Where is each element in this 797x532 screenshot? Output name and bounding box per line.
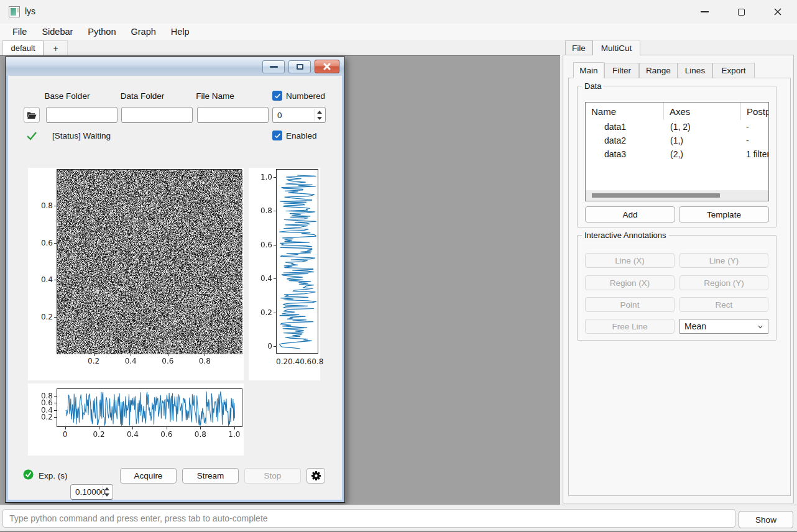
stream-button[interactable]: Stream <box>182 468 239 484</box>
annotation-button-point: Point <box>585 297 675 312</box>
menu-graph[interactable]: Graph <box>124 24 164 40</box>
check-icon <box>274 133 281 139</box>
data-groupbox-title: Data <box>582 81 604 91</box>
data-table[interactable]: NameAxesPostprocess data1(1, 2)-data2(1,… <box>585 102 769 201</box>
tick-mark <box>234 427 235 429</box>
base-folder-input[interactable] <box>46 107 117 123</box>
acquisition-window[interactable]: Base Folder Data Folder File Name Number… <box>5 57 345 503</box>
add-data-button[interactable]: Add <box>585 206 675 222</box>
tick-mark <box>274 211 276 211</box>
spin-up-icon[interactable] <box>104 487 109 490</box>
cell-axes[interactable]: (1, 2) <box>664 122 741 132</box>
side-tab-multicut[interactable]: MultiCut <box>592 40 640 55</box>
vertical-line-plot[interactable] <box>276 169 318 354</box>
cell-postprocess[interactable]: - <box>741 135 769 145</box>
cell-name[interactable]: data1 <box>586 122 664 132</box>
image-2d-plot[interactable] <box>57 169 242 354</box>
add-workspace-tab-button[interactable]: + <box>44 40 68 55</box>
exposure-spinbox-arrows[interactable] <box>102 486 111 498</box>
app-icon <box>9 6 20 17</box>
spin-down-icon[interactable] <box>317 117 322 120</box>
close-icon <box>773 7 782 16</box>
tick-mark <box>200 427 201 429</box>
data-table-header[interactable]: NameAxesPostprocess <box>586 103 768 120</box>
template-button[interactable]: Template <box>679 206 769 222</box>
subtab-export[interactable]: Export <box>712 63 755 78</box>
annotation-button-free-line: Free Line <box>585 319 675 334</box>
horizontal-line-series <box>57 389 243 428</box>
horizontal-plot-xtick: 0.2 <box>93 430 104 439</box>
data-table-hscroll-thumb[interactable] <box>592 193 720 198</box>
vertical-plot-ytick: 0.6 <box>235 241 272 249</box>
child-maximize-button[interactable] <box>288 60 311 73</box>
tick-mark <box>168 354 168 356</box>
acquire-button[interactable]: Acquire <box>120 468 177 484</box>
column-header-name[interactable]: Name <box>586 103 664 120</box>
table-row-data3[interactable]: data3(2,)1 filter <box>586 147 768 161</box>
number-spinbox[interactable]: 0 <box>272 107 326 123</box>
child-minimize-icon <box>270 66 278 68</box>
side-tab-file[interactable]: File <box>565 40 592 55</box>
tick-mark <box>65 427 66 429</box>
menu-file[interactable]: File <box>5 24 34 40</box>
cell-name[interactable]: data3 <box>586 149 664 159</box>
cell-axes[interactable]: (1,) <box>664 135 741 145</box>
enabled-checkbox[interactable] <box>272 131 282 140</box>
subtab-filter[interactable]: Filter <box>604 63 639 78</box>
subtab-range[interactable]: Range <box>639 63 678 78</box>
table-row-data1[interactable]: data1(1, 2)- <box>586 120 768 134</box>
number-spinbox-arrows[interactable] <box>315 109 323 121</box>
menu-help[interactable]: Help <box>164 24 197 40</box>
child-maximize-icon <box>297 64 303 70</box>
child-minimize-button[interactable] <box>262 60 285 73</box>
python-command-input[interactable] <box>2 509 735 528</box>
cell-name[interactable]: data2 <box>586 135 664 145</box>
tick-mark <box>54 403 57 403</box>
number-spinbox-value: 0 <box>277 111 282 120</box>
show-button[interactable]: Show <box>739 511 793 528</box>
settings-button[interactable] <box>306 468 325 484</box>
exposure-spinbox[interactable]: 0.10000 <box>70 484 113 500</box>
window-title: lys <box>25 6 35 16</box>
maximize-button[interactable] <box>727 0 755 24</box>
spin-down-icon[interactable] <box>104 493 109 497</box>
menu-bar: FileSidebarPythonGraphHelp <box>0 24 797 40</box>
annotation-button-region-x: Region (X) <box>585 275 675 290</box>
table-row-data2[interactable]: data2(1,)- <box>586 134 768 147</box>
vertical-plot-x-ticklabels: 0.20.40.60.8 <box>276 357 318 366</box>
horizontal-plot-xtick: 0.8 <box>195 430 206 439</box>
spin-up-icon[interactable] <box>317 111 322 114</box>
subtab-main[interactable]: Main <box>573 62 604 78</box>
column-header-axes[interactable]: Axes <box>664 103 741 120</box>
minimize-button[interactable] <box>690 0 719 24</box>
horizontal-line-plot[interactable] <box>57 388 242 427</box>
tick-mark <box>274 245 276 245</box>
browse-folder-button[interactable] <box>24 107 40 123</box>
menu-python[interactable]: Python <box>80 24 123 40</box>
close-button[interactable] <box>763 0 792 24</box>
data-table-hscrollbar[interactable] <box>586 190 768 201</box>
folder-icon <box>27 111 37 119</box>
cell-postprocess[interactable]: 1 filter <box>741 149 769 159</box>
annotation-button-line-y: Line (Y) <box>680 253 768 268</box>
file-name-label: File Name <box>188 91 242 101</box>
child-close-button[interactable] <box>315 60 339 73</box>
column-header-postprocess[interactable]: Postprocess <box>741 103 769 120</box>
data-folder-input[interactable] <box>121 107 193 123</box>
tick-mark <box>54 317 57 318</box>
cell-axes[interactable]: (2,) <box>664 149 741 159</box>
annotation-mode-value: Mean <box>684 321 706 331</box>
cell-postprocess[interactable]: - <box>741 122 769 132</box>
noise-image <box>57 170 242 354</box>
file-name-input[interactable] <box>197 107 269 123</box>
image-plot-xtick: 0.4 <box>125 357 137 365</box>
menu-sidebar[interactable]: Sidebar <box>34 24 80 40</box>
ready-icon <box>23 469 34 480</box>
workspace-tab-default[interactable]: default <box>2 40 44 55</box>
tick-mark <box>131 354 131 356</box>
subtab-lines[interactable]: Lines <box>678 63 712 78</box>
numbered-checkbox[interactable] <box>272 91 282 101</box>
check-icon <box>274 93 281 99</box>
annotation-button-rect: Rect <box>680 297 768 312</box>
annotation-mode-dropdown[interactable]: Mean <box>680 319 768 334</box>
